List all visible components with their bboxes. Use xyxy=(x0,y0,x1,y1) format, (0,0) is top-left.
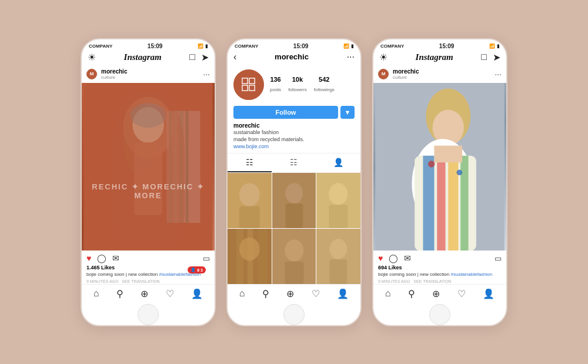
back-button[interactable]: ‹ xyxy=(233,52,236,62)
post-overlay-text: RECHIC ✦ MORECHIC ✦ MORE xyxy=(82,182,215,200)
profile-nav-middle[interactable]: 👤 xyxy=(337,288,349,299)
svg-rect-43 xyxy=(437,155,445,251)
post-actions-left: ♥ ◯ ✉ ▭ xyxy=(82,251,215,264)
username-left[interactable]: morechic xyxy=(101,68,199,75)
avatar-left[interactable]: M xyxy=(86,69,97,79)
battery-icon: ▮ xyxy=(205,44,208,49)
svg-rect-42 xyxy=(423,155,434,251)
follow-dropdown-button[interactable]: ▼ xyxy=(340,106,355,119)
grid-cell-1[interactable] xyxy=(228,173,272,228)
heart-nav-right[interactable]: ♡ xyxy=(457,288,466,299)
share-icon-right[interactable]: ✉ xyxy=(404,253,411,263)
post-time-right: 9 MINUTES AGO SEE TRANSLATION xyxy=(373,279,506,284)
add-icon-middle[interactable]: ⊕ xyxy=(286,288,294,299)
heart-nav-middle[interactable]: ♡ xyxy=(312,288,320,299)
post-dots-right[interactable]: ··· xyxy=(495,69,502,79)
tv-icon-left[interactable]: □ xyxy=(189,52,195,62)
post-dots-left[interactable]: ··· xyxy=(203,69,210,79)
camera-icon-right[interactable]: ☀ xyxy=(379,52,387,63)
notif-count1: 8 xyxy=(197,268,199,272)
battery-middle: 📶 ▮ xyxy=(343,44,353,49)
time-left: 15:09 xyxy=(148,43,163,49)
profile-nav-right[interactable]: 👤 xyxy=(483,288,495,299)
svg-point-11 xyxy=(235,71,263,99)
stat-following-num: 542 xyxy=(314,76,335,83)
profile-header: 136 posts 10k followers 542 followings xyxy=(228,65,360,103)
add-icon-left[interactable]: ⊕ xyxy=(141,288,148,299)
search-icon-right[interactable]: ⚲ xyxy=(408,288,415,299)
svg-point-46 xyxy=(428,161,435,167)
camera-icon[interactable]: ☀ xyxy=(88,52,96,63)
grid-cell-3[interactable] xyxy=(316,173,360,228)
post-likes-right: 694 Likes xyxy=(373,264,506,271)
grid-cell-2[interactable] xyxy=(272,173,316,228)
tab-grid[interactable]: ☷ xyxy=(228,153,272,172)
bottom-nav-middle: ⌂ ⚲ ⊕ ♡ 👤 xyxy=(228,284,360,304)
svg-point-34 xyxy=(330,239,348,259)
comment-icon-left[interactable]: ◯ xyxy=(97,253,106,263)
add-icon-right[interactable]: ⊕ xyxy=(432,288,440,299)
profile-nav-left[interactable]: 👤 xyxy=(191,288,203,299)
heart-icon-left[interactable]: ♥ xyxy=(86,253,91,263)
bio-link[interactable]: www.bojie.com xyxy=(233,143,355,149)
home-icon-middle[interactable]: ⌂ xyxy=(239,288,245,299)
follow-button[interactable]: Follow xyxy=(233,106,338,119)
svg-rect-45 xyxy=(460,155,468,251)
send-icon-left[interactable]: ➤ xyxy=(201,52,209,63)
profile-tabs: ☷ ☷ 👤 xyxy=(228,153,360,173)
time-middle: 15:09 xyxy=(293,43,309,49)
svg-rect-32 xyxy=(285,261,303,283)
send-icon-right[interactable]: ➤ xyxy=(493,52,500,63)
bookmark-icon-right[interactable]: ▭ xyxy=(495,254,502,263)
status-bar-middle: COMPANY 15:09 📶 ▮ xyxy=(228,39,360,51)
heart-icon-right[interactable]: ♥ xyxy=(378,253,383,263)
post-header-left: M morechic culture ··· xyxy=(82,65,215,83)
stat-followers-label: followers xyxy=(288,87,307,92)
post-user-info-right: morechic culture xyxy=(393,68,490,80)
home-icon-left[interactable]: ⌂ xyxy=(93,288,99,299)
see-translation-right[interactable]: SEE TRANSLATION xyxy=(413,279,451,283)
svg-rect-8 xyxy=(175,111,177,222)
home-icon-right[interactable]: ⌂ xyxy=(385,288,391,299)
wifi-icon-right: 📶 xyxy=(489,44,495,49)
post-actions-right: ♥ ◯ ✉ ▭ xyxy=(373,251,506,264)
home-button-right[interactable] xyxy=(429,304,450,325)
grid-cell-5[interactable] xyxy=(272,229,316,284)
tab-tagged[interactable]: 👤 xyxy=(316,153,360,172)
username-right[interactable]: morechic xyxy=(393,68,490,75)
nav-bar-right: ☀ Instagram □ ➤ xyxy=(373,51,506,65)
hashtag-right[interactable]: #sustainablefashion xyxy=(451,272,493,277)
carrier-right: COMPANY xyxy=(380,44,404,49)
comment-icon-right[interactable]: ◯ xyxy=(389,253,398,263)
model-image-right xyxy=(373,83,506,251)
bottom-nav-right: ⌂ ⚲ ⊕ ♡ 👤 xyxy=(373,284,506,304)
tab-list[interactable]: ☷ xyxy=(272,153,316,172)
app-title-left: Instagram xyxy=(124,52,162,62)
grid-cell-6[interactable] xyxy=(316,229,360,284)
bookmark-icon-left[interactable]: ▭ xyxy=(203,254,210,263)
bio-name: morechic xyxy=(233,122,355,129)
profile-nav-bar: ‹ morechic ··· xyxy=(228,51,360,65)
sublabel-left: culture xyxy=(101,75,199,80)
heart-nav-left[interactable]: ♡ xyxy=(166,288,174,299)
tv-icon-right[interactable]: □ xyxy=(481,52,487,62)
home-button-middle[interactable] xyxy=(283,304,305,325)
stat-followers: 10k followers xyxy=(288,76,307,93)
search-icon-left[interactable]: ⚲ xyxy=(116,288,123,299)
see-translation-left[interactable]: SEE TRANSLATION xyxy=(122,279,159,283)
stat-posts-num: 136 xyxy=(270,76,281,83)
avatar-right[interactable]: M xyxy=(378,69,389,79)
profile-dots[interactable]: ··· xyxy=(347,52,355,62)
home-button-left[interactable] xyxy=(138,304,159,325)
profile-nav-username: morechic xyxy=(275,52,309,61)
grid-img-5 xyxy=(272,229,316,284)
phone-middle: COMPANY 15:09 📶 ▮ ‹ morechic ··· xyxy=(226,38,362,326)
bio-line1: sustainable fashion xyxy=(233,129,355,136)
model-svg-left xyxy=(82,83,215,251)
share-icon-left[interactable]: ✉ xyxy=(112,253,119,263)
svg-point-23 xyxy=(329,183,348,205)
profile-avatar[interactable] xyxy=(233,69,264,100)
grid-cell-4[interactable] xyxy=(228,229,272,284)
search-icon-middle[interactable]: ⚲ xyxy=(262,288,269,299)
battery-icon-right: ▮ xyxy=(497,44,499,49)
